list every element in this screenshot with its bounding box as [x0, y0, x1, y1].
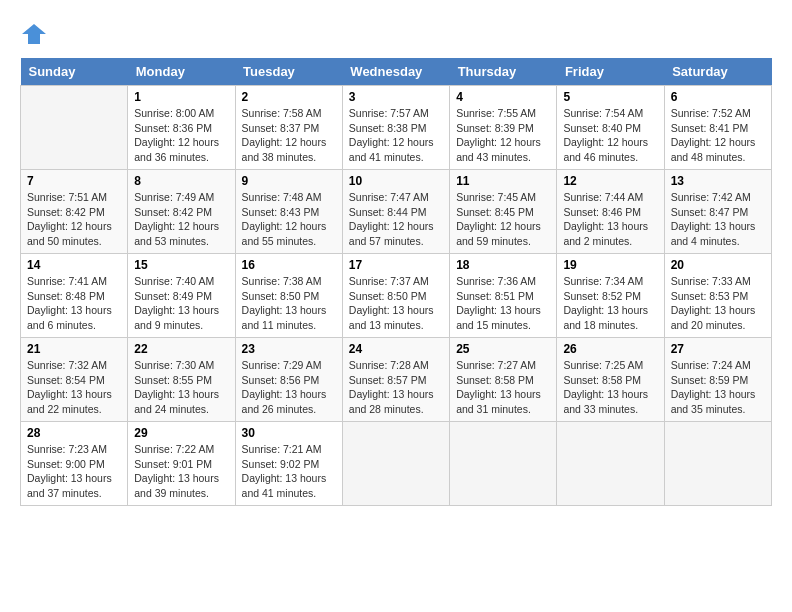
- column-header-wednesday: Wednesday: [342, 58, 449, 86]
- calendar-cell: 22Sunrise: 7:30 AMSunset: 8:55 PMDayligh…: [128, 338, 235, 422]
- day-number: 8: [134, 174, 228, 188]
- day-info: Sunrise: 7:21 AMSunset: 9:02 PMDaylight:…: [242, 443, 327, 499]
- calendar-cell: 20Sunrise: 7:33 AMSunset: 8:53 PMDayligh…: [664, 254, 771, 338]
- day-number: 29: [134, 426, 228, 440]
- day-number: 6: [671, 90, 765, 104]
- day-info: Sunrise: 7:27 AMSunset: 8:58 PMDaylight:…: [456, 359, 541, 415]
- column-header-saturday: Saturday: [664, 58, 771, 86]
- day-info: Sunrise: 7:32 AMSunset: 8:54 PMDaylight:…: [27, 359, 112, 415]
- calendar-cell: 6Sunrise: 7:52 AMSunset: 8:41 PMDaylight…: [664, 86, 771, 170]
- day-number: 3: [349, 90, 443, 104]
- calendar-cell: 25Sunrise: 7:27 AMSunset: 8:58 PMDayligh…: [450, 338, 557, 422]
- day-number: 4: [456, 90, 550, 104]
- page-header: [20, 20, 772, 48]
- day-number: 13: [671, 174, 765, 188]
- calendar-cell: 2Sunrise: 7:58 AMSunset: 8:37 PMDaylight…: [235, 86, 342, 170]
- day-number: 25: [456, 342, 550, 356]
- day-info: Sunrise: 7:58 AMSunset: 8:37 PMDaylight:…: [242, 107, 327, 163]
- day-info: Sunrise: 7:48 AMSunset: 8:43 PMDaylight:…: [242, 191, 327, 247]
- day-number: 22: [134, 342, 228, 356]
- logo-icon: [20, 20, 48, 48]
- day-info: Sunrise: 7:25 AMSunset: 8:58 PMDaylight:…: [563, 359, 648, 415]
- day-info: Sunrise: 7:24 AMSunset: 8:59 PMDaylight:…: [671, 359, 756, 415]
- day-number: 1: [134, 90, 228, 104]
- calendar-cell: 19Sunrise: 7:34 AMSunset: 8:52 PMDayligh…: [557, 254, 664, 338]
- calendar-cell: 14Sunrise: 7:41 AMSunset: 8:48 PMDayligh…: [21, 254, 128, 338]
- calendar-cell: 26Sunrise: 7:25 AMSunset: 8:58 PMDayligh…: [557, 338, 664, 422]
- calendar-cell: 7Sunrise: 7:51 AMSunset: 8:42 PMDaylight…: [21, 170, 128, 254]
- calendar-body: 1Sunrise: 8:00 AMSunset: 8:36 PMDaylight…: [21, 86, 772, 506]
- calendar-cell: 30Sunrise: 7:21 AMSunset: 9:02 PMDayligh…: [235, 422, 342, 506]
- day-info: Sunrise: 7:54 AMSunset: 8:40 PMDaylight:…: [563, 107, 648, 163]
- day-info: Sunrise: 7:41 AMSunset: 8:48 PMDaylight:…: [27, 275, 112, 331]
- column-header-sunday: Sunday: [21, 58, 128, 86]
- day-number: 10: [349, 174, 443, 188]
- column-header-friday: Friday: [557, 58, 664, 86]
- day-number: 28: [27, 426, 121, 440]
- calendar-cell: 5Sunrise: 7:54 AMSunset: 8:40 PMDaylight…: [557, 86, 664, 170]
- calendar-cell: 21Sunrise: 7:32 AMSunset: 8:54 PMDayligh…: [21, 338, 128, 422]
- calendar-cell: 10Sunrise: 7:47 AMSunset: 8:44 PMDayligh…: [342, 170, 449, 254]
- day-number: 12: [563, 174, 657, 188]
- day-number: 19: [563, 258, 657, 272]
- day-number: 18: [456, 258, 550, 272]
- week-row-1: 1Sunrise: 8:00 AMSunset: 8:36 PMDaylight…: [21, 86, 772, 170]
- calendar-cell: [21, 86, 128, 170]
- day-info: Sunrise: 7:55 AMSunset: 8:39 PMDaylight:…: [456, 107, 541, 163]
- calendar-cell: 23Sunrise: 7:29 AMSunset: 8:56 PMDayligh…: [235, 338, 342, 422]
- week-row-2: 7Sunrise: 7:51 AMSunset: 8:42 PMDaylight…: [21, 170, 772, 254]
- day-info: Sunrise: 7:52 AMSunset: 8:41 PMDaylight:…: [671, 107, 756, 163]
- day-number: 16: [242, 258, 336, 272]
- week-row-4: 21Sunrise: 7:32 AMSunset: 8:54 PMDayligh…: [21, 338, 772, 422]
- calendar-cell: [664, 422, 771, 506]
- day-info: Sunrise: 7:42 AMSunset: 8:47 PMDaylight:…: [671, 191, 756, 247]
- week-row-3: 14Sunrise: 7:41 AMSunset: 8:48 PMDayligh…: [21, 254, 772, 338]
- day-number: 24: [349, 342, 443, 356]
- calendar-cell: [557, 422, 664, 506]
- column-header-tuesday: Tuesday: [235, 58, 342, 86]
- day-info: Sunrise: 7:51 AMSunset: 8:42 PMDaylight:…: [27, 191, 112, 247]
- day-number: 26: [563, 342, 657, 356]
- day-info: Sunrise: 7:34 AMSunset: 8:52 PMDaylight:…: [563, 275, 648, 331]
- calendar-cell: 12Sunrise: 7:44 AMSunset: 8:46 PMDayligh…: [557, 170, 664, 254]
- day-info: Sunrise: 7:44 AMSunset: 8:46 PMDaylight:…: [563, 191, 648, 247]
- calendar-cell: 13Sunrise: 7:42 AMSunset: 8:47 PMDayligh…: [664, 170, 771, 254]
- day-info: Sunrise: 7:38 AMSunset: 8:50 PMDaylight:…: [242, 275, 327, 331]
- calendar-cell: 4Sunrise: 7:55 AMSunset: 8:39 PMDaylight…: [450, 86, 557, 170]
- day-number: 30: [242, 426, 336, 440]
- day-number: 7: [27, 174, 121, 188]
- calendar-cell: 3Sunrise: 7:57 AMSunset: 8:38 PMDaylight…: [342, 86, 449, 170]
- day-info: Sunrise: 7:37 AMSunset: 8:50 PMDaylight:…: [349, 275, 434, 331]
- calendar-cell: 15Sunrise: 7:40 AMSunset: 8:49 PMDayligh…: [128, 254, 235, 338]
- calendar-cell: 24Sunrise: 7:28 AMSunset: 8:57 PMDayligh…: [342, 338, 449, 422]
- logo: [20, 20, 52, 48]
- calendar-cell: 1Sunrise: 8:00 AMSunset: 8:36 PMDaylight…: [128, 86, 235, 170]
- day-info: Sunrise: 7:47 AMSunset: 8:44 PMDaylight:…: [349, 191, 434, 247]
- day-info: Sunrise: 7:28 AMSunset: 8:57 PMDaylight:…: [349, 359, 434, 415]
- day-number: 23: [242, 342, 336, 356]
- column-headers: SundayMondayTuesdayWednesdayThursdayFrid…: [21, 58, 772, 86]
- column-header-monday: Monday: [128, 58, 235, 86]
- day-info: Sunrise: 7:40 AMSunset: 8:49 PMDaylight:…: [134, 275, 219, 331]
- calendar-cell: 16Sunrise: 7:38 AMSunset: 8:50 PMDayligh…: [235, 254, 342, 338]
- day-info: Sunrise: 7:30 AMSunset: 8:55 PMDaylight:…: [134, 359, 219, 415]
- calendar-cell: [450, 422, 557, 506]
- calendar-cell: 29Sunrise: 7:22 AMSunset: 9:01 PMDayligh…: [128, 422, 235, 506]
- day-number: 27: [671, 342, 765, 356]
- day-number: 2: [242, 90, 336, 104]
- day-info: Sunrise: 7:23 AMSunset: 9:00 PMDaylight:…: [27, 443, 112, 499]
- calendar-cell: 9Sunrise: 7:48 AMSunset: 8:43 PMDaylight…: [235, 170, 342, 254]
- day-number: 9: [242, 174, 336, 188]
- day-number: 5: [563, 90, 657, 104]
- day-info: Sunrise: 8:00 AMSunset: 8:36 PMDaylight:…: [134, 107, 219, 163]
- day-number: 11: [456, 174, 550, 188]
- day-info: Sunrise: 7:33 AMSunset: 8:53 PMDaylight:…: [671, 275, 756, 331]
- calendar-table: SundayMondayTuesdayWednesdayThursdayFrid…: [20, 58, 772, 506]
- day-number: 20: [671, 258, 765, 272]
- calendar-cell: [342, 422, 449, 506]
- calendar-cell: 11Sunrise: 7:45 AMSunset: 8:45 PMDayligh…: [450, 170, 557, 254]
- day-info: Sunrise: 7:49 AMSunset: 8:42 PMDaylight:…: [134, 191, 219, 247]
- day-number: 17: [349, 258, 443, 272]
- day-info: Sunrise: 7:22 AMSunset: 9:01 PMDaylight:…: [134, 443, 219, 499]
- calendar-cell: 27Sunrise: 7:24 AMSunset: 8:59 PMDayligh…: [664, 338, 771, 422]
